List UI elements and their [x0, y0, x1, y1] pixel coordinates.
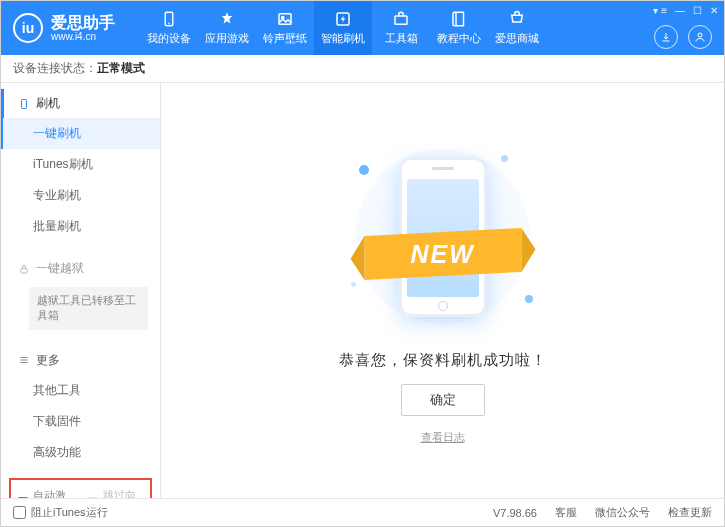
svg-rect-2 [279, 14, 291, 25]
checkbox-auto-activate[interactable]: 自动激活 [17, 488, 75, 498]
window-controls: ▾ ≡ — ☐ ✕ [653, 5, 718, 16]
main-nav: 我的设备 应用游戏 铃声壁纸 智能刷机 工具箱 教程中心 [140, 1, 546, 55]
sidebar-item-batch-flash[interactable]: 批量刷机 [1, 211, 160, 242]
sidebar-item-pro-flash[interactable]: 专业刷机 [1, 180, 160, 211]
apps-icon [218, 10, 236, 28]
footer-check-update[interactable]: 检查更新 [668, 505, 712, 520]
close-button[interactable]: ✕ [710, 5, 718, 16]
main-content: NEW 恭喜您，保资料刷机成功啦！ 确定 查看日志 [161, 83, 724, 498]
logo-icon: iu [13, 13, 43, 43]
sidebar-item-download-firmware[interactable]: 下载固件 [1, 406, 160, 437]
sidebar-options-highlight: 自动激活 跳过向导 [9, 478, 152, 498]
flash-icon [334, 10, 352, 28]
footer-wechat[interactable]: 微信公众号 [595, 505, 650, 520]
toolbox-icon [392, 10, 410, 28]
version-label: V7.98.66 [493, 507, 537, 519]
device-icon [160, 10, 178, 28]
success-message: 恭喜您，保资料刷机成功啦！ [339, 351, 547, 370]
success-illustration: NEW [333, 137, 553, 337]
svg-rect-8 [22, 99, 27, 108]
sidebar-item-onekey-flash[interactable]: 一键刷机 [1, 118, 160, 149]
menu-icon[interactable]: ▾ ≡ [653, 5, 667, 16]
new-ribbon: NEW [350, 232, 535, 276]
nav-toolbox[interactable]: 工具箱 [372, 1, 430, 55]
app-header: iu 爱思助手 www.i4.cn 我的设备 应用游戏 铃声壁纸 智能刷机 [1, 1, 724, 55]
nav-my-device[interactable]: 我的设备 [140, 1, 198, 55]
connection-status: 设备连接状态：正常模式 [1, 55, 724, 83]
view-log-link[interactable]: 查看日志 [421, 430, 465, 445]
cart-icon [508, 10, 526, 28]
svg-rect-5 [395, 16, 407, 24]
ok-button[interactable]: 确定 [401, 384, 485, 416]
logo-subtitle: www.i4.cn [51, 31, 115, 42]
nav-tutorials[interactable]: 教程中心 [430, 1, 488, 55]
sidebar-jailbreak-notice: 越狱工具已转移至工具箱 [29, 287, 148, 330]
nav-ringtone-wallpaper[interactable]: 铃声壁纸 [256, 1, 314, 55]
sidebar: 刷机 一键刷机 iTunes刷机 专业刷机 批量刷机 一键越狱 越狱工具已转移至… [1, 83, 161, 498]
list-icon [18, 354, 30, 366]
sidebar-item-itunes-flash[interactable]: iTunes刷机 [1, 149, 160, 180]
app-logo: iu 爱思助手 www.i4.cn [13, 13, 115, 43]
sidebar-item-advanced[interactable]: 高级功能 [1, 437, 160, 468]
checkbox-skip-guide[interactable]: 跳过向导 [87, 488, 145, 498]
nav-smart-flash[interactable]: 智能刷机 [314, 1, 372, 55]
phone-icon [18, 98, 30, 110]
nav-apps-games[interactable]: 应用游戏 [198, 1, 256, 55]
svg-point-7 [698, 33, 702, 37]
sidebar-section-jailbreak: 一键越狱 [1, 254, 160, 283]
minimize-button[interactable]: — [675, 5, 685, 16]
image-icon [276, 10, 294, 28]
sidebar-section-more[interactable]: 更多 [1, 346, 160, 375]
user-button[interactable] [688, 25, 712, 49]
nav-store[interactable]: 爱思商城 [488, 1, 546, 55]
maximize-button[interactable]: ☐ [693, 5, 702, 16]
logo-title: 爱思助手 [51, 14, 115, 32]
footer-support[interactable]: 客服 [555, 505, 577, 520]
download-button[interactable] [654, 25, 678, 49]
checkbox-block-itunes[interactable]: 阻止iTunes运行 [13, 505, 108, 520]
svg-rect-9 [21, 268, 27, 273]
lock-icon [18, 263, 30, 275]
sidebar-section-flash[interactable]: 刷机 [1, 89, 160, 118]
footer: 阻止iTunes运行 V7.98.66 客服 微信公众号 检查更新 [1, 498, 724, 526]
sidebar-item-other-tools[interactable]: 其他工具 [1, 375, 160, 406]
book-icon [450, 10, 468, 28]
